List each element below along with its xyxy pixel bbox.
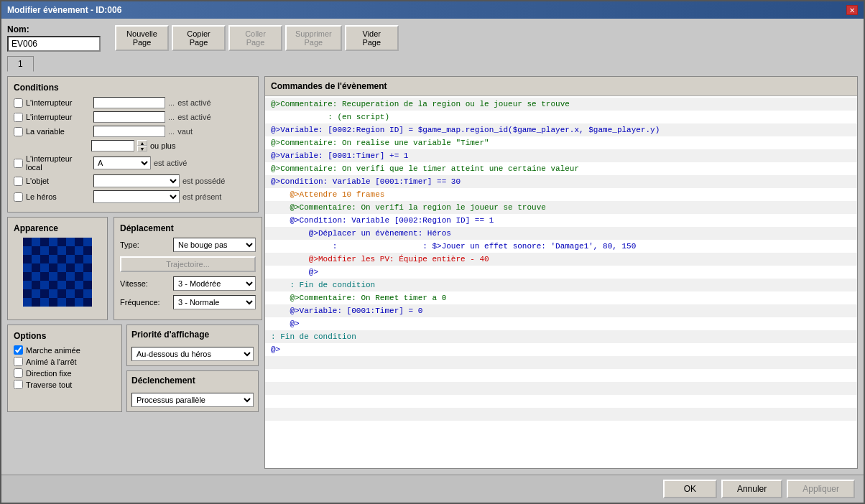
main-window: Modifier évènement - ID:006 ✕ Nom: Nouve…: [0, 0, 865, 504]
local-checkbox[interactable]: [14, 159, 23, 168]
priorite-title: Priorité d'affichage: [131, 330, 254, 340]
option-arret-row: Animé à l'arrêt: [14, 357, 116, 366]
interrupteur2-input[interactable]: [93, 111, 165, 123]
command-line[interactable]: @>: [265, 317, 857, 330]
option-marche-row: Marche animée: [14, 345, 116, 355]
interrupteur2-checkbox[interactable]: [14, 113, 23, 122]
command-line[interactable]: [265, 421, 857, 434]
arret-checkbox[interactable]: [14, 357, 23, 366]
interrupteur2-status: est activé: [177, 113, 211, 121]
deplacement-type-select[interactable]: Ne bouge pas Aléatoire Vertical/Horizont…: [173, 238, 256, 252]
command-line[interactable]: [265, 369, 857, 382]
deplacement-frequence-select[interactable]: 1 - Très lente 2 - Lente 3 - Normale 4 -…: [173, 295, 256, 309]
command-line[interactable]: @>Variable: [0002:Region ID] = $game_map…: [265, 123, 857, 136]
variable-dots[interactable]: ...: [168, 127, 175, 136]
interrupteur1-checkbox[interactable]: [14, 98, 23, 108]
command-line[interactable]: [265, 408, 857, 421]
right-options: Priorité d'affichage Au-dessous du héros…: [126, 325, 259, 412]
close-button[interactable]: ✕: [846, 5, 858, 15]
deplacement-vitesse-select[interactable]: 1 - Très lente 2 - Lente 3 - Modérée 4 -…: [173, 276, 256, 291]
interrupteur2-dots[interactable]: ...: [168, 113, 175, 121]
top-bar: Nom: NouvellePage CopierPage CollerPage …: [7, 24, 858, 52]
command-line[interactable]: @>Attendre 10 frames: [265, 188, 857, 201]
sprite-checkerboard: [23, 238, 92, 307]
commands-box: Commandes de l'évènement @>Commentaire: …: [264, 76, 858, 469]
tab-1[interactable]: 1: [7, 56, 34, 72]
declenchement-select[interactable]: Touche action Contact avec le héros Cont…: [131, 393, 254, 407]
command-line[interactable]: : : $>Jouer un effet sonore: 'Damage1', …: [265, 240, 857, 253]
command-line[interactable]: @>Commentaire: On verifi la region le jo…: [265, 201, 857, 214]
command-line[interactable]: [265, 395, 857, 408]
content-area: Conditions L'interrupteur ... est activé: [7, 76, 858, 469]
coller-page-button[interactable]: CollerPage: [228, 25, 282, 51]
interrupteur1-label: L'interrupteur: [26, 98, 91, 107]
option-direction-row: Direction fixe: [14, 368, 116, 378]
command-line[interactable]: @>Commentaire: On verifi que le timer at…: [265, 162, 857, 175]
trajectoire-button[interactable]: Trajectoire...: [120, 256, 256, 272]
command-line[interactable]: @>Commentaire: On Remet timer a 0: [265, 291, 857, 304]
copier-page-button[interactable]: CopierPage: [172, 25, 226, 51]
command-line[interactable]: @>Commentaire: On realise une variable "…: [265, 136, 857, 149]
deplacement-type-row: Type: Ne bouge pas Aléatoire Vertical/Ho…: [120, 238, 256, 252]
heros-select[interactable]: [93, 190, 180, 203]
priorite-section: Priorité d'affichage Au-dessous du héros…: [126, 325, 259, 366]
objet-select[interactable]: [93, 174, 180, 187]
condition-heros-row: Le héros est présent: [14, 190, 252, 203]
traverse-checkbox[interactable]: [14, 380, 23, 389]
deplacement-vitesse-row: Vitesse: 1 - Très lente 2 - Lente 3 - Mo…: [120, 276, 256, 291]
command-line[interactable]: : (en script): [265, 111, 857, 123]
variable-status: vaut: [177, 127, 193, 136]
appliquer-button[interactable]: Appliquer: [787, 480, 855, 498]
nouvelle-page-button[interactable]: NouvellePage: [115, 25, 169, 51]
tabs: 1: [7, 56, 858, 72]
variable-num-row: ▲ ▼ ou plus: [91, 140, 252, 151]
condition-interrupteur2-row: L'interrupteur ... est activé: [14, 111, 252, 123]
ou-plus-label: ou plus: [150, 141, 175, 150]
command-line[interactable]: @>Modifier les PV: Équipe entière - 40: [265, 253, 857, 266]
local-select[interactable]: ABCD: [93, 157, 151, 169]
spinner-down[interactable]: ▼: [137, 146, 147, 151]
command-line[interactable]: @>: [265, 343, 857, 356]
declenchement-section: Déclenchement Touche action Contact avec…: [126, 370, 259, 412]
variable-num-input[interactable]: [91, 140, 134, 151]
variable-label: La variable: [26, 127, 91, 136]
marche-checkbox[interactable]: [14, 345, 23, 355]
deplacement-frequence-row: Fréquence: 1 - Très lente 2 - Lente 3 - …: [120, 295, 256, 309]
spinner-up[interactable]: ▲: [137, 140, 147, 146]
command-line[interactable]: @>: [265, 266, 857, 279]
command-line[interactable]: [265, 382, 857, 395]
command-line[interactable]: @>Variable: [0001:Timer] = 0: [265, 304, 857, 317]
command-line[interactable]: @>Condition: Variable [0002:Region ID] =…: [265, 214, 857, 227]
ok-button[interactable]: OK: [663, 480, 717, 498]
command-line[interactable]: [265, 356, 857, 369]
command-line[interactable]: @>Déplacer un évènement: Héros: [265, 227, 857, 240]
objet-status: est possédé: [182, 177, 225, 185]
objet-checkbox[interactable]: [14, 177, 23, 186]
annuler-button[interactable]: Annuler: [721, 480, 782, 498]
vider-page-button[interactable]: ViderPage: [345, 25, 399, 51]
command-line[interactable]: : Fin de condition: [265, 279, 857, 291]
command-line[interactable]: @>Commentaire: Recuperation de la region…: [265, 98, 857, 111]
bottom-bar: OK Annuler Appliquer: [1, 475, 864, 503]
supprimer-page-button[interactable]: SupprimerPage: [285, 25, 342, 51]
bottom-options-row: Options Marche animée Animé à l'arrêt Di…: [7, 325, 259, 412]
heros-status: est présent: [182, 192, 221, 201]
declenchement-title: Déclenchement: [131, 375, 254, 386]
conditions-title: Conditions: [14, 83, 252, 93]
priorite-select[interactable]: Au-dessous du héros Au même niveau Au-de…: [131, 347, 254, 361]
interrupteur1-input[interactable]: [93, 97, 165, 108]
commands-list[interactable]: @>Commentaire: Recuperation de la region…: [265, 96, 857, 468]
interrupteur1-dots[interactable]: ...: [168, 98, 175, 107]
command-line[interactable]: @>Condition: Variable [0001:Timer] == 30: [265, 175, 857, 188]
direction-checkbox[interactable]: [14, 368, 23, 378]
sprite-preview[interactable]: [23, 238, 92, 307]
right-panel: Commandes de l'évènement @>Commentaire: …: [264, 76, 858, 469]
command-line[interactable]: @>Variable: [0001:Timer] += 1: [265, 149, 857, 162]
variable-input[interactable]: [93, 126, 165, 137]
variable-checkbox[interactable]: [14, 127, 23, 136]
options-section: Options Marche animée Animé à l'arrêt Di…: [7, 325, 122, 412]
heros-checkbox[interactable]: [14, 192, 23, 202]
command-line[interactable]: : Fin de condition: [265, 330, 857, 343]
deplacement-frequence-label: Fréquence:: [120, 298, 170, 307]
nom-input[interactable]: [7, 36, 101, 52]
